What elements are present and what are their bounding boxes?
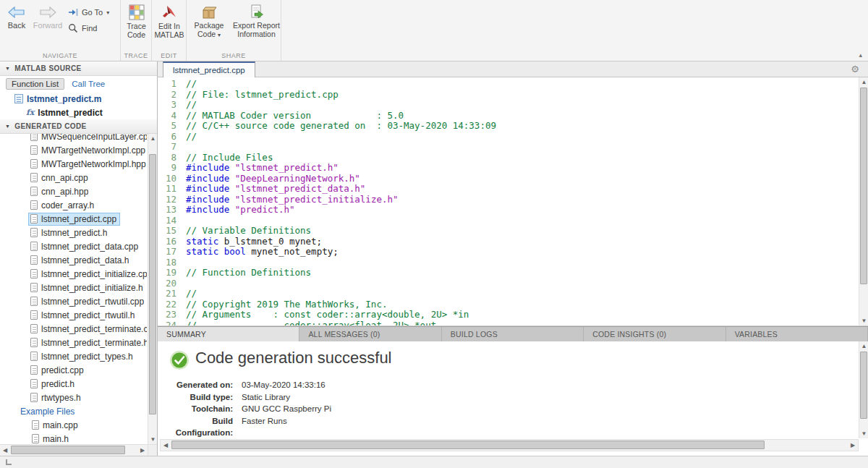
generated-file-item[interactable]: lstmnet_predict.h <box>0 226 157 239</box>
file-label: lstmnet_predict.cpp <box>41 214 116 224</box>
goto-button[interactable]: Go To ▾ <box>68 8 109 17</box>
report-tab-all-messages-0[interactable]: ALL MESSAGES (0) <box>299 327 441 341</box>
file-row-inner: lstmnet_predict.cpp <box>29 213 119 225</box>
code-line: 1// <box>158 79 868 90</box>
back-button[interactable]: Back <box>4 6 29 30</box>
code-line: 14 <box>158 216 868 226</box>
scroll-down-icon[interactable]: ▼ <box>148 435 158 444</box>
scrollbar-thumb[interactable] <box>11 446 125 454</box>
summary-horizontal-scrollbar[interactable]: ◀ ▶ <box>160 439 859 451</box>
generated-file-item[interactable]: lstmnet_predict_types.h <box>0 349 157 363</box>
generated-file-item[interactable]: cnn_api.hpp <box>0 184 157 198</box>
matlab-source-header[interactable]: ▼ MATLAB SOURCE <box>0 61 157 76</box>
report-tabs: SUMMARYALL MESSAGES (0)BUILD LOGSCODE IN… <box>158 326 868 341</box>
export-report-button[interactable]: Export Report Information <box>231 4 281 38</box>
line-number: 10 <box>158 174 176 184</box>
edit-section-label: EDIT <box>152 52 186 59</box>
generated-file-item[interactable]: lstmnet_predict_data.cpp <box>0 239 157 253</box>
scroll-up-icon[interactable]: ▲ <box>859 77 868 87</box>
scroll-down-icon[interactable]: ▼ <box>859 429 868 438</box>
line-number: 2 <box>158 90 176 101</box>
function-item[interactable]: fx lstmnet_predict <box>0 106 157 119</box>
scroll-left-icon[interactable]: ◀ <box>161 440 171 451</box>
source-file-label: lstmnet_predict.m <box>27 94 101 104</box>
sidebar-vertical-scrollbar[interactable]: ▲ ▼ <box>148 134 157 444</box>
example-files-node[interactable]: Example Files <box>0 404 157 418</box>
line-number: 20 <box>158 278 176 289</box>
report-tab-code-insights-0[interactable]: CODE INSIGHTS (0) <box>584 327 726 341</box>
scrollbar-thumb[interactable] <box>860 88 867 284</box>
file-icon <box>30 214 38 224</box>
scrollbar-thumb[interactable] <box>860 352 867 419</box>
find-button[interactable]: Find <box>68 23 109 33</box>
generated-file-item[interactable]: lstmnet_predict_terminate.cpp <box>0 322 157 336</box>
editor-tab-lstmnet-predict-cpp[interactable]: lstmnet_predict.cpp <box>163 61 255 77</box>
scroll-right-icon[interactable]: ▶ <box>848 440 858 451</box>
collapse-triangle-icon: ▼ <box>5 66 10 71</box>
package-code-button[interactable]: Package Code ▾ <box>187 4 231 40</box>
generated-file-item[interactable]: MWTargetNetworkImpl.hpp <box>0 157 157 171</box>
settings-gear-icon[interactable]: ⚙ <box>851 64 859 75</box>
summary-field-value: Static Library <box>242 391 290 404</box>
generated-file-item[interactable]: rtwtypes.h <box>0 391 157 404</box>
scrollbar-thumb[interactable] <box>171 441 765 449</box>
code-editor[interactable]: 1//2// File: lstmnet_predict.cpp3//4// M… <box>158 77 868 326</box>
summary-vertical-scrollbar[interactable]: ▲ ▼ <box>859 341 868 438</box>
file-icon <box>30 310 38 320</box>
file-label: lstmnet_predict_terminate.cpp <box>41 324 147 334</box>
toolbar-ribbon: Back Forward Go To ▾ Find NAVIGATE <box>0 0 868 61</box>
generated-file-item[interactable]: lstmnet_predict_initialize.h <box>0 281 157 294</box>
scroll-left-icon[interactable]: ◀ <box>0 445 10 456</box>
file-row-inner: MWSequenceInputLayer.cpp <box>29 134 150 142</box>
report-tab-variables[interactable]: VARIABLES <box>726 327 868 341</box>
chevron-down-icon: ▾ <box>106 9 109 16</box>
generated-file-item[interactable]: predict.cpp <box>0 363 157 377</box>
generated-file-item[interactable]: MWTargetNetworkImpl.cpp <box>0 143 157 157</box>
line-text: #include "lstmnet_predict_data.h" <box>186 184 365 195</box>
line-number: 24 <box>158 320 176 327</box>
scroll-right-icon[interactable]: ▶ <box>137 445 148 456</box>
code-line: 10#include "DeepLearningNetwork.h" <box>158 174 868 184</box>
generated-file-item[interactable]: lstmnet_predict_initialize.cpp <box>0 267 157 281</box>
line-text: // <box>186 100 197 111</box>
generated-file-item[interactable]: lstmnet_predict_rtwutil.h <box>0 308 157 322</box>
scroll-up-icon[interactable]: ▲ <box>859 341 868 351</box>
code-line: 8// Include Files <box>158 153 868 163</box>
generated-file-item[interactable]: MWSequenceInputLayer.cpp <box>0 134 157 143</box>
matlab-source-title: MATLAB SOURCE <box>14 64 81 72</box>
scroll-down-icon[interactable]: ▼ <box>859 316 868 326</box>
code-line: 2// File: lstmnet_predict.cpp <box>158 90 868 101</box>
generated-file-item[interactable]: coder_array.h <box>0 198 157 212</box>
collapse-ribbon-icon[interactable]: ▴ <box>859 51 862 59</box>
generated-file-item[interactable]: lstmnet_predict_terminate.h <box>0 336 157 349</box>
report-tab-summary[interactable]: SUMMARY <box>158 327 299 341</box>
file-icon <box>32 434 39 443</box>
report-tab-build-logs[interactable]: BUILD LOGS <box>442 327 584 341</box>
line-number: 17 <box>158 247 176 258</box>
editor-vertical-scrollbar[interactable]: ▲ ▼ <box>859 77 868 326</box>
forward-button[interactable]: Forward <box>30 6 65 30</box>
generated-file-item[interactable]: cnn_api.cpp <box>0 171 157 184</box>
generated-code-header[interactable]: ▼ GENERATED CODE <box>0 119 157 134</box>
generated-file-item[interactable]: predict.h <box>0 377 157 391</box>
generated-files-list: MWSequenceInputLayer.cppMWTargetNetworkI… <box>0 134 157 404</box>
tab-function-list[interactable]: Function List <box>6 78 64 90</box>
generated-file-item[interactable]: lstmnet_predict_data.h <box>0 253 157 267</box>
generated-file-item[interactable]: lstmnet_predict.cpp <box>0 212 157 226</box>
code-line: 23// Arguments : const coder::array<doub… <box>158 310 868 320</box>
source-file-item[interactable]: lstmnet_predict.m <box>0 92 157 106</box>
matlab-file-icon <box>14 94 23 103</box>
resize-grip[interactable] <box>6 459 12 465</box>
sidebar-horizontal-scrollbar[interactable]: ◀ ▶ <box>0 444 148 456</box>
line-number: 14 <box>158 216 176 226</box>
scroll-up-icon[interactable]: ▲ <box>148 134 158 143</box>
edit-in-matlab-button[interactable]: Edit In MATLAB <box>153 4 186 39</box>
tab-call-tree[interactable]: Call Tree <box>72 80 105 88</box>
line-text: static b_lstmnet_0 mynet; <box>186 237 322 247</box>
line-number: 16 <box>158 237 176 247</box>
generated-file-item[interactable]: lstmnet_predict_rtwutil.cpp <box>0 294 157 308</box>
scrollbar-thumb[interactable] <box>149 154 156 414</box>
example-file-item[interactable]: main.cpp <box>0 418 157 432</box>
line-number: 5 <box>158 121 176 132</box>
trace-code-button[interactable]: Trace Code <box>122 4 151 39</box>
